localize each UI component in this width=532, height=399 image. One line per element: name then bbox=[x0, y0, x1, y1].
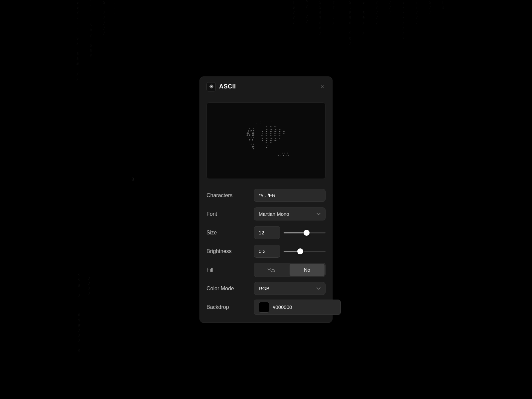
characters-label: Characters bbox=[206, 193, 250, 199]
preview-canvas: + + + + + + ,,,,,,,,, # # ,,,,,,,,,,,,,,… bbox=[207, 103, 325, 179]
backdrop-hex-input[interactable] bbox=[273, 304, 336, 310]
brightness-row: Brightness bbox=[206, 243, 326, 260]
brightness-slider-track[interactable] bbox=[284, 251, 326, 252]
bg-col-1: SS/... S/ S5#// bbox=[76, 0, 79, 82]
bg-col-16: F# bbox=[442, 0, 445, 10]
controls-section: Characters Font Martian Mono Courier New… bbox=[200, 184, 332, 323]
fill-content: Yes No bbox=[254, 263, 326, 277]
dialog-header: ✳ ASCII × bbox=[200, 77, 332, 97]
ascii-preview: + + + + + + ,,,,,,,,, # # ,,,,,,,,,,,,,,… bbox=[206, 102, 326, 179]
bg-col-5: FS/// bbox=[293, 0, 295, 26]
size-row: Size bbox=[206, 224, 326, 241]
dialog-title: ASCII bbox=[219, 83, 236, 90]
scatter-0: 0 bbox=[131, 176, 134, 183]
bg-col-12: /// bbox=[389, 0, 392, 15]
size-slider-track[interactable] bbox=[284, 232, 326, 233]
size-slider-fill bbox=[284, 232, 307, 233]
bg-col-3: S///// bbox=[103, 0, 106, 36]
bg-col-10: S S0/ / bbox=[362, 0, 365, 36]
bg-col-9: S.F50 S0/ bbox=[349, 0, 352, 46]
font-row: Font Martian Mono Courier New Monaco Fir… bbox=[206, 205, 326, 223]
brightness-input[interactable] bbox=[254, 245, 280, 258]
scatter-s2: //// bbox=[88, 276, 91, 297]
characters-row: Characters bbox=[206, 187, 326, 204]
size-input[interactable] bbox=[254, 226, 280, 239]
backdrop-row: Backdrop bbox=[206, 299, 326, 316]
backdrop-field-wrapper bbox=[254, 300, 341, 315]
bg-col-7: 550500/ bbox=[319, 0, 322, 36]
close-button[interactable]: × bbox=[319, 82, 326, 91]
characters-input[interactable] bbox=[254, 189, 326, 202]
asterisk-icon: ✳ bbox=[206, 82, 216, 91]
fill-toggle-group: Yes No bbox=[254, 263, 326, 277]
brightness-label: Brightness bbox=[206, 248, 250, 254]
bg-col-8: ## ./ bbox=[332, 0, 335, 26]
font-content: Martian Mono Courier New Monaco Fira Cod… bbox=[254, 207, 326, 220]
bg-col-15: S// bbox=[429, 0, 432, 15]
size-content bbox=[254, 226, 326, 239]
colormode-content: RGB Grayscale Monochrome bbox=[254, 282, 326, 295]
colormode-select[interactable]: RGB Grayscale Monochrome bbox=[254, 282, 326, 295]
bg-col-2: #.#.. S0/ S5# bbox=[90, 0, 92, 58]
colormode-label: Color Mode bbox=[206, 286, 250, 292]
fill-label: Fill bbox=[206, 267, 250, 273]
fill-yes-button[interactable]: Yes bbox=[254, 263, 289, 277]
characters-content bbox=[254, 189, 326, 202]
scatter-s3: 0$#/// S bbox=[78, 313, 81, 353]
bg-col-14: ///// bbox=[416, 0, 418, 26]
backdrop-content bbox=[254, 300, 341, 315]
brightness-slider-thumb[interactable] bbox=[297, 248, 303, 254]
bg-col-6: FS/ // bbox=[306, 0, 309, 24]
size-slider-thumb[interactable] bbox=[304, 230, 310, 236]
font-select[interactable]: Martian Mono Courier New Monaco Fira Cod… bbox=[254, 207, 326, 220]
bg-col-4: ... bbox=[113, 0, 116, 15]
fill-no-button[interactable]: No bbox=[290, 264, 325, 276]
size-label: Size bbox=[206, 230, 250, 236]
brightness-content bbox=[254, 245, 326, 258]
ascii-dialog: ✳ ASCII × + + + + + + ,,,,,,,,, # # ,,,,… bbox=[200, 76, 332, 323]
scatter-s1: S5# / bbox=[78, 273, 81, 298]
backdrop-label: Backdrop bbox=[206, 304, 250, 310]
font-label: Font bbox=[206, 211, 250, 217]
colormode-row: Color Mode RGB Grayscale Monochrome bbox=[206, 280, 326, 297]
fill-row: Fill Yes No bbox=[206, 261, 326, 279]
dialog-title-area: ✳ ASCII bbox=[206, 82, 236, 91]
ascii-art-display: + + + + + + ,,,,,,,,, # # ,,,,,,,,,,,,,,… bbox=[243, 121, 289, 160]
backdrop-color-swatch[interactable] bbox=[259, 302, 269, 313]
bg-col-13: S/////// bbox=[402, 0, 405, 41]
bg-col-11: ///// bbox=[376, 0, 378, 26]
